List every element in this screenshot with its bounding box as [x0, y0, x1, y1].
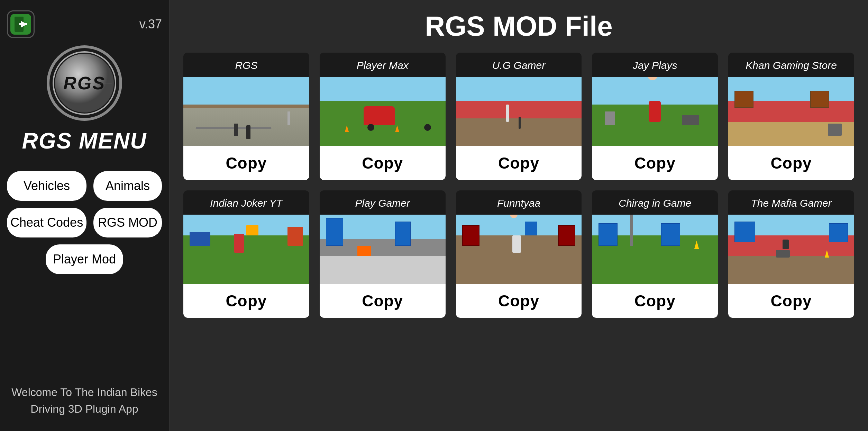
top-mod-grid: RGS Copy Player Max C	[183, 53, 854, 180]
main-content: RGS MOD File RGS Copy Player Max	[170, 0, 868, 431]
mod-card-uggamer: U.G Gamer Copy	[456, 53, 582, 180]
card-image-jayplays	[592, 77, 718, 146]
card-image-khangaming	[728, 77, 854, 146]
player-mod-button[interactable]: Player Mod	[46, 244, 123, 274]
bottom-mod-grid: Indian Joker YT Copy Play Gamer	[183, 190, 854, 318]
card-title-uggamer: U.G Gamer	[489, 53, 549, 77]
mod-card-rgs: RGS Copy	[183, 53, 309, 180]
rgs-mod-button[interactable]: RGS MOD	[93, 208, 162, 237]
card-title-khangaming: Khan Gaming Store	[742, 53, 840, 77]
copy-button-rgs[interactable]: Copy	[183, 146, 309, 180]
welcome-text: Welcome To The Indian BikesDriving 3D Pl…	[11, 384, 157, 417]
cheat-codes-button[interactable]: Cheat Codes	[7, 208, 86, 237]
card-image-rgs	[183, 77, 309, 146]
mod-card-playermax: Player Max Copy	[320, 53, 446, 180]
copy-button-chiragingame[interactable]: Copy	[592, 284, 718, 318]
copy-button-khangaming[interactable]: Copy	[728, 146, 854, 180]
mod-card-playgamer: Play Gamer Copy	[320, 190, 446, 318]
animals-button[interactable]: Animals	[93, 171, 162, 201]
card-image-indianjoker	[183, 215, 309, 284]
copy-button-funntyaa[interactable]: Copy	[456, 284, 582, 318]
app-icon	[7, 10, 35, 38]
card-image-funntyaa	[456, 215, 582, 284]
card-image-chiragingame	[592, 215, 718, 284]
mod-card-jayplays: Jay Plays Copy	[592, 53, 718, 180]
card-title-playermax: Player Max	[353, 53, 412, 77]
mod-card-indianjoker: Indian Joker YT Copy	[183, 190, 309, 318]
card-image-mafiagamer	[728, 215, 854, 284]
copy-button-indianjoker[interactable]: Copy	[183, 284, 309, 318]
card-title-chiragingame: Chirag in Game	[615, 190, 695, 215]
sidebar-top: v.37	[7, 10, 162, 38]
card-title-jayplays: Jay Plays	[629, 53, 680, 77]
copy-button-jayplays[interactable]: Copy	[592, 146, 718, 180]
copy-button-playgamer[interactable]: Copy	[320, 284, 446, 318]
copy-button-playermax[interactable]: Copy	[320, 146, 446, 180]
card-image-uggamer	[456, 77, 582, 146]
version-label: v.37	[139, 17, 162, 32]
card-image-playermax	[320, 77, 446, 146]
card-title-mafiagamer: The Mafia Gamer	[747, 190, 835, 215]
copy-button-uggamer[interactable]: Copy	[456, 146, 582, 180]
page-title: RGS MOD File	[183, 10, 854, 42]
card-image-playgamer	[320, 215, 446, 284]
copy-button-mafiagamer[interactable]: Copy	[728, 284, 854, 318]
card-title-indianjoker: Indian Joker YT	[207, 190, 286, 215]
menu-title: RGS MENU	[22, 128, 147, 154]
mod-card-chiragingame: Chirag in Game Copy	[592, 190, 718, 318]
mod-card-mafiagamer: The Mafia Gamer Copy	[728, 190, 854, 318]
card-title-playgamer: Play Gamer	[352, 190, 413, 215]
svg-rect-3	[19, 23, 27, 25]
card-title-funntyaa: Funntyaa	[494, 190, 544, 215]
sidebar: v.37 RGS RGS MENU Vehicles Animals Cheat…	[0, 0, 170, 431]
rgs-logo: RGS	[46, 45, 122, 121]
mod-card-khangaming: Khan Gaming Store Copy	[728, 53, 854, 180]
card-title-rgs: RGS	[231, 53, 261, 77]
vehicles-button[interactable]: Vehicles	[7, 171, 86, 201]
menu-buttons-grid: Vehicles Animals Cheat Codes RGS MOD	[7, 171, 162, 237]
mod-card-funntyaa: Funntyaa Copy	[456, 190, 582, 318]
